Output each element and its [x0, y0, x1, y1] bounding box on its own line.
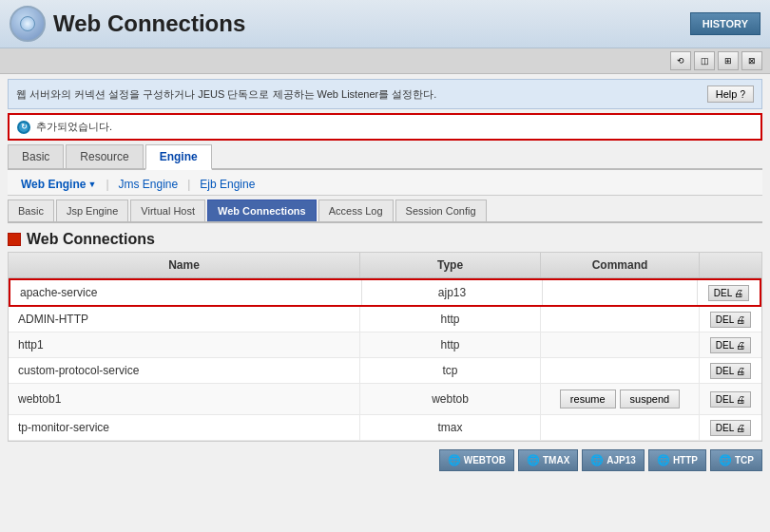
webtob-button[interactable]: 🌐 WEBTOB: [439, 449, 514, 471]
cell-actions: DEL 🖨: [700, 332, 761, 357]
history-button[interactable]: HISTORY: [690, 12, 760, 35]
http-button[interactable]: 🌐 HTTP: [648, 449, 706, 471]
tab-session-config[interactable]: Session Config: [395, 200, 487, 221]
cell-name: webtob1: [9, 384, 360, 414]
tab-jsp-engine[interactable]: Jsp Engine: [56, 200, 128, 221]
cell-name: ADMIN-HTTP: [9, 307, 360, 332]
del-button[interactable]: DEL 🖨: [710, 391, 751, 408]
tcp-button[interactable]: 🌐 TCP: [710, 449, 762, 471]
tab-engine[interactable]: Engine: [145, 144, 212, 170]
cell-command: [541, 358, 700, 383]
tmax-button[interactable]: 🌐 TMAX: [518, 449, 578, 471]
main-tabs: Basic Resource Engine: [8, 144, 762, 170]
http-label: HTTP: [673, 455, 698, 466]
toolbar-btn-3[interactable]: ⊞: [718, 51, 739, 70]
cell-actions: DEL 🖨: [700, 358, 761, 383]
toolbar-btn-4[interactable]: ⊠: [741, 51, 762, 70]
col-command: Command: [541, 253, 700, 277]
cell-name: tp-monitor-service: [9, 415, 360, 440]
cell-type: tcp: [360, 358, 541, 383]
tab-resource[interactable]: Resource: [66, 144, 143, 168]
web-engine-tab[interactable]: Web Engine ▼: [13, 174, 104, 195]
table-row: custom-protocol-service tcp DEL 🖨: [9, 358, 761, 384]
cell-command: [541, 415, 700, 440]
cell-actions: DEL 🖨: [700, 307, 761, 332]
table-header: Name Type Command: [9, 253, 761, 278]
cell-actions: DEL 🖨: [698, 280, 760, 305]
cell-type: webtob: [360, 384, 541, 414]
info-text: 웹 서버와의 커넥션 설정을 구성하거나 JEUS 단독으로 제공하는 Web …: [16, 87, 436, 102]
del-button[interactable]: DEL 🖨: [710, 312, 751, 328]
help-label: Help: [716, 88, 738, 100]
table-row: http1 http DEL 🖨: [9, 332, 761, 358]
cell-command: resume suspend: [541, 384, 700, 414]
webtob-label: WEBTOB: [464, 455, 506, 466]
cell-type: http: [360, 307, 541, 332]
cell-name: apache-service: [10, 280, 362, 305]
suspend-button[interactable]: suspend: [620, 390, 681, 408]
tab-basic[interactable]: Basic: [8, 144, 64, 168]
refresh-icon: ↻: [17, 121, 30, 134]
cell-actions: DEL 🖨: [700, 384, 761, 414]
sep-1: |: [106, 178, 108, 191]
help-icon: ?: [740, 89, 745, 100]
resume-button[interactable]: resume: [560, 390, 616, 408]
del-button[interactable]: DEL 🖨: [710, 420, 751, 436]
col-name: Name: [9, 253, 360, 277]
tab-basic-page[interactable]: Basic: [8, 200, 54, 221]
cell-name: http1: [9, 332, 360, 357]
toolbar-btn-2[interactable]: ◫: [694, 51, 715, 70]
alert-box: ↻ 추가되었습니다.: [8, 113, 762, 141]
connections-table: Name Type Command apache-service ajp13 D…: [8, 252, 762, 442]
globe-icon: 🌐: [657, 454, 670, 466]
tab-access-log[interactable]: Access Log: [318, 200, 394, 221]
sep-2: |: [187, 178, 190, 191]
toolbar: ⟲ ◫ ⊞ ⊠: [0, 48, 770, 74]
globe-icon: 🌐: [590, 454, 604, 466]
ajp13-label: AJP13: [606, 455, 636, 466]
ejb-engine-tab[interactable]: Ejb Engine: [192, 174, 262, 195]
section-header: Web Connections: [8, 231, 762, 248]
cell-type: http: [360, 332, 541, 357]
section-icon: [8, 233, 21, 246]
col-actions: [700, 253, 761, 277]
page-title: Web Connections: [53, 10, 245, 37]
col-type: Type: [360, 253, 541, 277]
tmax-label: TMAX: [543, 455, 569, 466]
bottom-toolbar: 🌐 WEBTOB 🌐 TMAX 🌐 AJP13 🌐 HTTP 🌐 TCP: [0, 442, 770, 475]
table-row: webtob1 webtob resume suspend DEL 🖨: [9, 384, 761, 415]
tab-web-connections[interactable]: Web Connections: [207, 200, 317, 221]
tcp-label: TCP: [735, 455, 754, 466]
cell-command: [541, 332, 700, 357]
globe-icon: 🌐: [527, 454, 540, 466]
globe-icon: 🌐: [719, 454, 732, 466]
ajp13-button[interactable]: 🌐 AJP13: [582, 449, 645, 471]
table-row: apache-service ajp13 DEL 🖨: [9, 278, 761, 307]
cell-name: custom-protocol-service: [9, 358, 360, 383]
app-logo: [10, 6, 46, 42]
alert-text: 추가되었습니다.: [36, 120, 112, 134]
engine-tabs: Web Engine ▼ | Jms Engine | Ejb Engine: [8, 170, 762, 196]
cell-command: [543, 280, 698, 305]
cell-type: ajp13: [362, 280, 543, 305]
cell-command: [541, 307, 700, 332]
table-row: ADMIN-HTTP http DEL 🖨: [9, 307, 761, 332]
page-tabs: Basic Jsp Engine Virtual Host Web Connec…: [8, 200, 762, 223]
toolbar-btn-1[interactable]: ⟲: [670, 51, 691, 70]
del-button[interactable]: DEL 🖨: [710, 363, 751, 379]
table-row: tp-monitor-service tmax DEL 🖨: [9, 415, 761, 441]
help-button[interactable]: Help ?: [707, 86, 754, 103]
tab-virtual-host[interactable]: Virtual Host: [130, 200, 205, 221]
del-button[interactable]: DEL 🖨: [708, 285, 749, 301]
info-bar: 웹 서버와의 커넥션 설정을 구성하거나 JEUS 단독으로 제공하는 Web …: [8, 79, 762, 109]
jms-engine-tab[interactable]: Jms Engine: [111, 174, 186, 195]
cell-actions: DEL 🖨: [700, 415, 761, 440]
section-title: Web Connections: [27, 231, 155, 248]
globe-icon: 🌐: [448, 454, 461, 466]
cell-type: tmax: [360, 415, 541, 440]
del-button[interactable]: DEL 🖨: [710, 337, 751, 353]
